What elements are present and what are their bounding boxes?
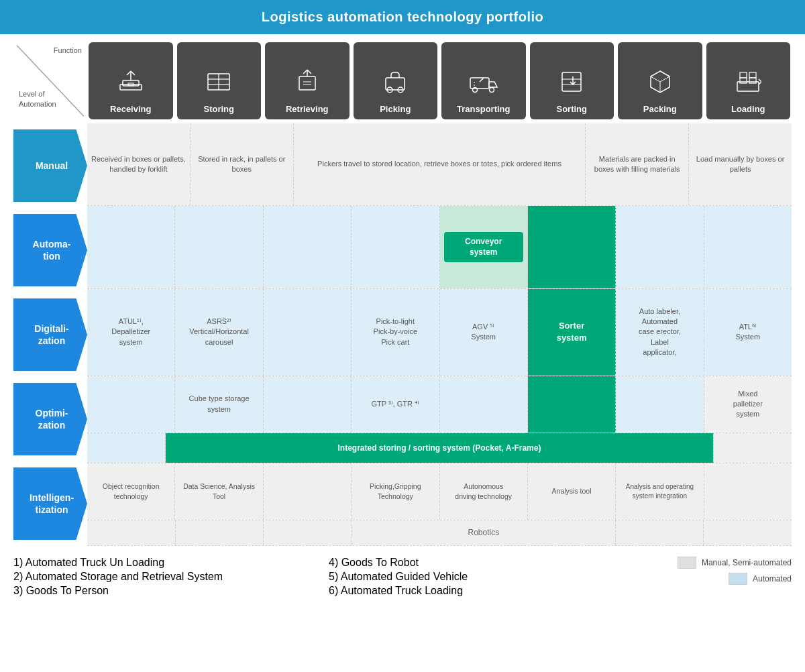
- cell-optim-picking: GTP ³⁾, GTR ⁴⁾: [352, 376, 439, 433]
- footnote-5: 5) Automated Guided Vehicle: [329, 571, 644, 583]
- cell-digi-sorting: Sorter system: [528, 289, 616, 376]
- cell-optim-transporting: [440, 376, 528, 433]
- cell-intel-storing: Data Science, Analysis Tool: [175, 463, 263, 520]
- cell-manual-packing: Materials are packed in boxes with filli…: [586, 123, 689, 205]
- cell-auto-retrieving: [264, 206, 352, 288]
- header-storing: Storing: [177, 42, 262, 119]
- loading-icon: [735, 68, 761, 99]
- transporting-icon: [469, 68, 498, 99]
- cell-digi-retrieving: [264, 289, 352, 376]
- cell-optim-receiving: [87, 376, 175, 433]
- header-transporting: Transporting: [441, 42, 526, 119]
- sidebar-manual: Manual: [13, 125, 87, 206]
- footnote-6: 6) Automated Truck Loading: [329, 585, 644, 597]
- cell-optim-loading-mixed: Mixed palletizer system: [704, 376, 792, 433]
- row-manual: Received in boxes or pallets, handled by…: [87, 123, 792, 206]
- sidebar-optimization: Optimi-zation: [13, 379, 87, 459]
- cell-digi-loading: ATL⁶⁾ System: [704, 289, 792, 376]
- sorting-label: Sorting: [557, 104, 588, 114]
- svg-line-27: [651, 76, 660, 82]
- picking-label: Picking: [380, 104, 411, 114]
- receiving-icon: [117, 68, 144, 99]
- packing-label: Packing: [643, 104, 677, 114]
- cell-auto-sorting: [528, 206, 616, 288]
- cell-intel-retrieving: [264, 463, 352, 520]
- row-automation: Conveyor system: [87, 206, 792, 288]
- svg-rect-11: [299, 76, 315, 90]
- footnotes-right: 4) Goods To Robot 5) Automated Guided Ve…: [329, 557, 644, 599]
- main-container: Function Level ofAutomation Receiving: [0, 34, 805, 612]
- cell-optim-storing: Cube type storage system: [175, 376, 263, 433]
- svg-rect-17: [386, 78, 405, 90]
- row-intelligentization: Object recognition technology Data Scien…: [87, 463, 792, 546]
- cell-digi-picking: Pick-to-light Pick-by-voice Pick cart: [352, 289, 439, 376]
- picking-icon: [382, 68, 409, 99]
- legend-box-gray: [678, 557, 696, 569]
- cell-intel-transporting: Autonomous driving technology: [440, 463, 528, 520]
- cell-auto-receiving: [87, 206, 175, 288]
- svg-rect-20: [470, 78, 489, 89]
- transporting-label: Transporting: [457, 104, 510, 114]
- cell-manual-loading: Load manually by boxes or pallets: [689, 123, 792, 205]
- svg-line-13: [303, 70, 307, 74]
- storing-icon: [205, 68, 232, 99]
- svg-rect-32: [749, 78, 756, 83]
- sorting-icon: [558, 68, 585, 99]
- svg-line-28: [660, 76, 669, 82]
- cell-digi-receiving: ATUL¹⁾, Depalletizer system: [87, 289, 175, 376]
- sidebar-intelligentization: Intelligen-tization: [13, 463, 87, 544]
- cell-optim-retrieving: [264, 376, 352, 433]
- cell-intel-loading: [704, 463, 792, 520]
- cell-intel-sorting: Analysis tool: [528, 463, 616, 520]
- svg-line-14: [307, 70, 311, 74]
- cell-auto-storing: [175, 206, 263, 288]
- svg-rect-31: [740, 78, 747, 83]
- cell-manual-storing: Stored in rack, in pallets or boxes: [191, 123, 294, 205]
- cell-optim-sorting: [528, 376, 616, 433]
- cell-digi-transporting: AGV ⁵⁾ System: [440, 289, 528, 376]
- grid-body: Manual Automa-tion Digitali-zation Optim…: [13, 123, 792, 546]
- storing-label: Storing: [204, 104, 235, 114]
- footnote-3: 3) Goods To Person: [13, 585, 329, 597]
- receiving-label: Receiving: [110, 104, 151, 114]
- svg-rect-33: [740, 72, 747, 78]
- legend-box-blue: [729, 573, 747, 585]
- retrieving-label: Retrieving: [286, 104, 329, 114]
- level-label: Level ofAutomation: [19, 89, 56, 109]
- cell-intel-receiving: Object recognition technology: [87, 463, 175, 520]
- function-label: Function: [54, 46, 82, 54]
- title-bar: Logistics automation technology portfoli…: [0, 0, 805, 34]
- page-title: Logistics automation technology portfoli…: [0, 0, 805, 34]
- cell-auto-transporting: Conveyor system: [440, 206, 528, 288]
- cell-manual-picking-span: Pickers travel to stored location, retri…: [294, 123, 586, 205]
- cell-optim-packing: [616, 376, 704, 433]
- cell-intel-packing: Analysis and operating system integratio…: [616, 463, 704, 520]
- data-grid: Received in boxes or pallets, handled by…: [87, 123, 792, 546]
- cell-auto-loading: [704, 206, 792, 288]
- sidebar: Manual Automa-tion Digitali-zation Optim…: [13, 123, 87, 546]
- header-corner: Function Level ofAutomation: [13, 41, 87, 121]
- footnote-4: 4) Goods To Robot: [329, 557, 644, 569]
- cell-digi-storing: ASRS²⁾ Vertical/Horizontal carousel: [175, 289, 263, 376]
- header-loading: Loading: [706, 42, 791, 119]
- column-headers: Receiving Storing: [87, 41, 792, 121]
- cell-intel-picking: Picking,Gripping Technology: [352, 463, 439, 520]
- header-picking: Picking: [354, 42, 438, 119]
- legend-automated: Automated: [729, 573, 792, 585]
- svg-line-5: [131, 71, 135, 75]
- row-optimization: Cube type storage system GTP ³⁾, GTR ⁴⁾ …: [87, 376, 792, 463]
- robotics-bar: Robotics: [352, 520, 616, 545]
- legend: Manual, Semi-automated Automated: [644, 557, 792, 585]
- svg-point-22: [489, 88, 494, 93]
- footnote-2: 2) Automated Storage and Retrieval Syste…: [13, 571, 329, 583]
- sidebar-automation: Automa-tion: [13, 210, 87, 290]
- header-packing: Packing: [618, 42, 702, 119]
- sidebar-digitalization: Digitali-zation: [13, 294, 87, 375]
- svg-rect-34: [749, 72, 756, 78]
- retrieving-icon: [294, 68, 321, 99]
- cell-auto-packing: [616, 206, 704, 288]
- cell-auto-picking: [352, 206, 439, 288]
- footnotes-left: 1) Automated Truck Un Loading 2) Automat…: [13, 557, 329, 599]
- cell-manual-receiving: Received in boxes or pallets, handled by…: [87, 123, 191, 205]
- svg-rect-23: [562, 72, 581, 91]
